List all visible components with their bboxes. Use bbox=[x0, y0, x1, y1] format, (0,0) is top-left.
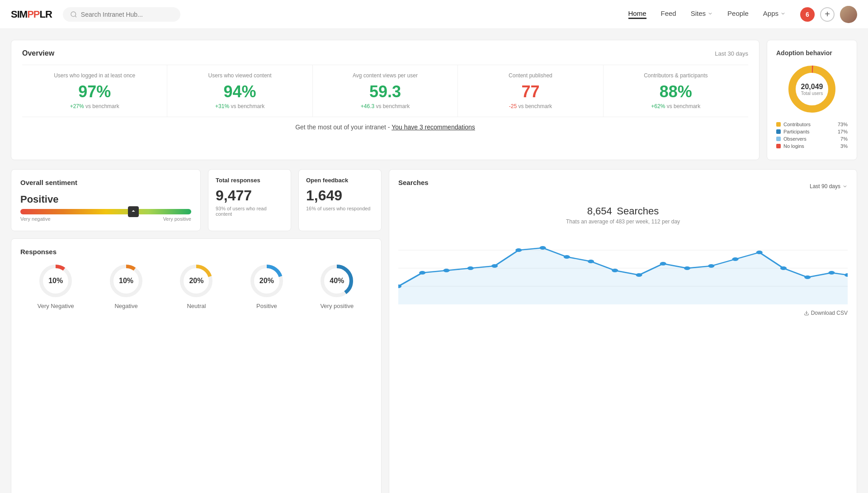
stat-value-0: 97% bbox=[28, 82, 161, 101]
stat-bench-3: -25 vs benchmark bbox=[463, 103, 597, 109]
open-feedback-sub: 16% of users who responded bbox=[306, 206, 374, 211]
avatar[interactable] bbox=[840, 6, 857, 23]
overview-title: Overview bbox=[22, 49, 54, 57]
stat-label-0: Users who logged in at least once bbox=[28, 72, 161, 79]
adoption-legend: Contributors 73% Participants 17% Observ… bbox=[776, 122, 848, 149]
searches-count: 8,654 Searches bbox=[398, 199, 848, 218]
stat-bench-2: +46.3 vs benchmark bbox=[318, 103, 452, 109]
stat-label-2: Avg content views per user bbox=[318, 72, 452, 79]
donut-val-1: 10% bbox=[119, 277, 133, 285]
donut-label-0: Very Negative bbox=[38, 303, 74, 309]
searches-title: Searches bbox=[398, 179, 429, 186]
stat-contributors: Contributors & participants 88% +62% vs … bbox=[604, 65, 748, 117]
nav-people[interactable]: People bbox=[727, 9, 749, 19]
total-responses-title: Total responses bbox=[216, 177, 283, 184]
donut-total-num: 20,049 bbox=[801, 83, 823, 91]
nav-actions: 6 + bbox=[800, 6, 857, 23]
sentiment-title: Overall sentiment bbox=[20, 179, 191, 186]
open-feedback-value: 1,649 bbox=[306, 187, 374, 204]
overview-wrapper: Overview Last 30 days Users who logged i… bbox=[11, 40, 857, 160]
donut-val-3: 20% bbox=[259, 277, 274, 285]
svg-point-0 bbox=[71, 12, 76, 17]
stat-content-published: Content published 77 -25 vs benchmark bbox=[458, 65, 603, 117]
svg-point-20 bbox=[419, 271, 425, 275]
svg-point-30 bbox=[660, 262, 666, 265]
nav-home[interactable]: Home bbox=[628, 9, 646, 19]
total-responses-sub: 93% of users who read content bbox=[216, 206, 283, 217]
search-bar[interactable] bbox=[63, 7, 180, 22]
donut-total-label: Total users bbox=[801, 91, 823, 96]
overview-card: Overview Last 30 days Users who logged i… bbox=[11, 40, 760, 160]
stat-label-4: Contributors & participants bbox=[609, 72, 743, 79]
donut-positive: 20% Positive bbox=[249, 263, 285, 309]
responses-donuts: 10% Very Negative 10% Neg bbox=[20, 263, 372, 309]
nav-sites[interactable]: Sites bbox=[691, 9, 713, 19]
searches-period-select[interactable]: Last 90 days bbox=[810, 183, 848, 190]
donut-label-1: Negative bbox=[108, 303, 144, 309]
nav-feed[interactable]: Feed bbox=[661, 9, 676, 19]
svg-point-34 bbox=[756, 251, 763, 254]
donut-val-0: 10% bbox=[48, 277, 63, 285]
svg-point-25 bbox=[539, 246, 546, 250]
logo: SIMPPLR bbox=[11, 9, 52, 20]
sentiment-arrow bbox=[128, 206, 139, 217]
svg-point-28 bbox=[612, 269, 618, 272]
svg-point-26 bbox=[564, 255, 570, 259]
nav-apps[interactable]: Apps bbox=[763, 9, 786, 19]
donut-negative: 10% Negative bbox=[108, 263, 144, 309]
recommendations-link[interactable]: You have 3 recommendations bbox=[392, 123, 475, 131]
donut-very-positive: 40% Very positive bbox=[319, 263, 355, 309]
responses-section: Responses 10% Very Negative bbox=[11, 238, 382, 493]
responses-title: Responses bbox=[20, 248, 372, 256]
donut-val-2: 20% bbox=[189, 277, 203, 285]
stat-bench-4: +62% vs benchmark bbox=[609, 103, 743, 109]
overview-period: Last 30 days bbox=[715, 50, 748, 57]
svg-point-37 bbox=[828, 271, 835, 275]
stat-bench-0: +27% vs benchmark bbox=[28, 103, 161, 109]
searches-header: Searches Last 90 days bbox=[398, 179, 848, 194]
stat-bench-1: +31% vs benchmark bbox=[173, 103, 307, 109]
svg-point-35 bbox=[780, 266, 787, 270]
svg-point-21 bbox=[443, 269, 449, 272]
searches-card: Searches Last 90 days 8,654 Searches Tha… bbox=[389, 169, 857, 493]
donut-val-4: 40% bbox=[330, 277, 344, 285]
chevron-down-icon bbox=[842, 184, 848, 189]
svg-point-33 bbox=[732, 257, 738, 261]
combined-bottom: Overall sentiment Positive Very negative… bbox=[11, 169, 857, 493]
main-content: Overview Last 30 days Users who logged i… bbox=[0, 29, 868, 493]
svg-point-24 bbox=[515, 248, 522, 252]
download-csv-button[interactable]: Download CSV bbox=[398, 310, 848, 316]
chevron-down-icon bbox=[780, 11, 786, 16]
sentiment-bar bbox=[20, 209, 191, 214]
add-button[interactable]: + bbox=[820, 7, 835, 22]
notification-badge[interactable]: 6 bbox=[800, 7, 815, 22]
chevron-down-icon bbox=[708, 11, 713, 16]
open-feedback-card: Open feedback 1,649 16% of users who res… bbox=[298, 169, 382, 231]
total-responses-card: Total responses 9,477 93% of users who r… bbox=[208, 169, 291, 231]
stat-label-1: Users who viewed content bbox=[173, 72, 307, 79]
search-input[interactable] bbox=[81, 11, 171, 18]
legend-observers: Observers 7% bbox=[776, 136, 848, 142]
svg-point-31 bbox=[684, 266, 690, 270]
sentiment-card: Overall sentiment Positive Very negative… bbox=[11, 169, 201, 231]
stat-avg-views: Avg content views per user 59.3 +46.3 vs… bbox=[313, 65, 458, 117]
donut-label-4: Very positive bbox=[319, 303, 355, 309]
svg-point-29 bbox=[636, 273, 642, 277]
donut-center: 20,049 Total users bbox=[801, 83, 823, 96]
legend-contributors: Contributors 73% bbox=[776, 122, 848, 127]
search-icon bbox=[70, 11, 77, 18]
nav-links: Home Feed Sites People Apps bbox=[628, 9, 786, 19]
donut-very-negative: 10% Very Negative bbox=[38, 263, 74, 309]
legend-participants: Participants 17% bbox=[776, 129, 848, 134]
adoption-title: Adoption behavior bbox=[776, 49, 848, 57]
navbar: SIMPPLR Home Feed Sites People Apps 6 + bbox=[0, 0, 868, 29]
stat-viewed: Users who viewed content 94% +31% vs ben… bbox=[167, 65, 312, 117]
stat-value-4: 88% bbox=[609, 82, 743, 101]
recommendation-banner: Get the most out of your intranet - You … bbox=[22, 117, 748, 137]
donut-label-2: Neutral bbox=[178, 303, 214, 309]
stats-row: Users who logged in at least once 97% +2… bbox=[22, 65, 748, 117]
stat-label-3: Content published bbox=[463, 72, 597, 79]
stat-value-1: 94% bbox=[173, 82, 307, 101]
stat-value-2: 59.3 bbox=[318, 82, 452, 101]
open-feedback-title: Open feedback bbox=[306, 177, 374, 184]
